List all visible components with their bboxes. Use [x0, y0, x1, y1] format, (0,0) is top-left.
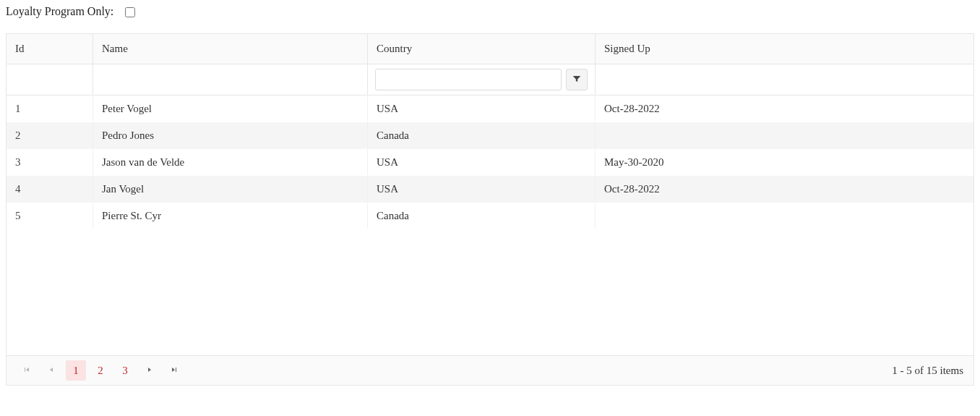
cell-name: Pierre St. Cyr: [93, 203, 368, 229]
cell-signed-up: Oct-28-2022: [596, 177, 973, 202]
cell-country: Canada: [368, 123, 596, 148]
cell-country: USA: [368, 96, 596, 122]
next-page-icon: [145, 365, 154, 377]
table-row[interactable]: 1 Peter Vogel USA Oct-28-2022: [7, 95, 973, 122]
cell-id: 3: [7, 150, 93, 175]
column-header-name[interactable]: Name: [93, 34, 368, 64]
cell-signed-up: Oct-28-2022: [596, 96, 973, 122]
cell-name: Peter Vogel: [93, 96, 368, 122]
cell-signed-up: [596, 130, 973, 143]
pager-summary: 1 - 5 of 15 items: [892, 365, 963, 377]
pager-first-button[interactable]: [17, 360, 37, 381]
last-page-icon: [170, 365, 179, 377]
grid-body[interactable]: 1 Peter Vogel USA Oct-28-2022 2 Pedro Jo…: [7, 95, 973, 355]
cell-country: USA: [368, 150, 596, 175]
loyalty-filter-checkbox[interactable]: [125, 7, 135, 17]
pager-page-3[interactable]: 3: [115, 360, 135, 381]
filter-icon: [572, 74, 582, 86]
data-grid: Id Name Country Signed Up: [6, 33, 974, 386]
cell-id: 2: [7, 123, 93, 148]
cell-id: 1: [7, 96, 93, 122]
cell-signed-up: [596, 210, 973, 223]
column-header-country[interactable]: Country: [368, 34, 596, 64]
country-filter-button[interactable]: [566, 69, 588, 90]
cell-id: 5: [7, 203, 93, 229]
prev-page-icon: [47, 365, 56, 377]
cell-name: Jan Vogel: [93, 177, 368, 202]
pager-prev-button[interactable]: [41, 360, 61, 381]
cell-name: Jason van de Velde: [93, 150, 368, 175]
loyalty-filter-label: Loyalty Program Only:: [6, 5, 113, 18]
pager: 1 2 3 1 - 5 of 15 items: [7, 355, 973, 385]
table-row[interactable]: 2 Pedro Jones Canada: [7, 122, 973, 149]
pager-page-1[interactable]: 1: [66, 360, 86, 381]
cell-signed-up: May-30-2020: [596, 150, 973, 175]
cell-country: Canada: [368, 203, 596, 229]
grid-filter-row: [7, 64, 973, 95]
pager-page-2[interactable]: 2: [90, 360, 111, 381]
pager-last-button[interactable]: [164, 360, 184, 381]
pager-next-button[interactable]: [139, 360, 160, 381]
table-row[interactable]: 4 Jan Vogel USA Oct-28-2022: [7, 176, 973, 203]
country-filter-input[interactable]: [375, 69, 562, 90]
table-row[interactable]: 5 Pierre St. Cyr Canada: [7, 203, 973, 229]
column-header-signed-up[interactable]: Signed Up: [596, 34, 973, 64]
cell-name: Pedro Jones: [93, 123, 368, 148]
cell-id: 4: [7, 177, 93, 202]
first-page-icon: [22, 365, 31, 377]
cell-country: USA: [368, 177, 596, 202]
column-header-id[interactable]: Id: [7, 34, 93, 64]
table-row[interactable]: 3 Jason van de Velde USA May-30-2020: [7, 149, 973, 176]
grid-header: Id Name Country Signed Up: [7, 34, 973, 64]
